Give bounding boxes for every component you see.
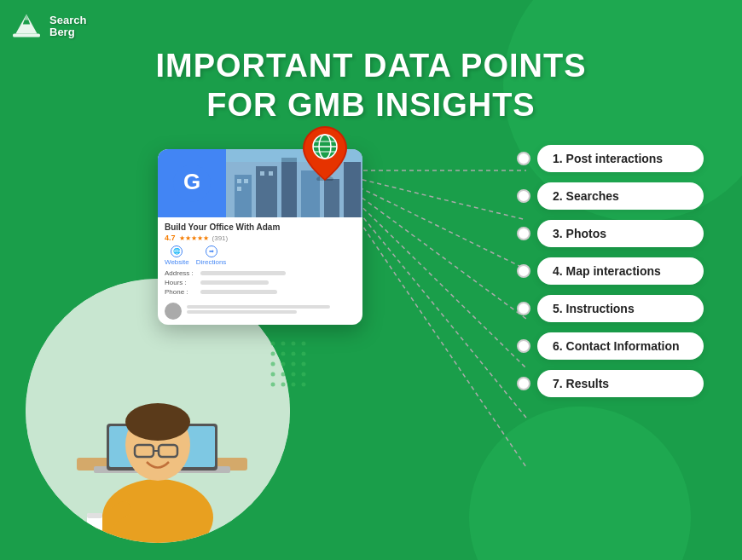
google-icon: G [158,149,226,217]
svg-point-11 [125,403,190,441]
svg-point-57 [302,362,306,367]
list-item: 3. Photos [517,220,704,247]
list-item: 4. Map interactions [517,257,704,285]
review-text [187,305,356,314]
svg-point-49 [302,342,306,346]
gmb-actions: 🌐 Website ➡ Directions [165,245,356,266]
item-label-5: 5. Instructions [537,295,704,322]
item-dot-3 [517,227,530,240]
svg-rect-29 [260,171,264,176]
svg-point-60 [292,372,296,377]
svg-point-62 [271,383,275,387]
item-dot-4 [517,264,530,278]
svg-point-46 [271,342,275,346]
svg-point-55 [281,362,286,367]
item-label-4: 4. Map interactions [537,257,704,285]
logo-icon [9,9,44,44]
item-label-2: 2. Searches [537,182,704,210]
svg-rect-30 [269,171,273,176]
svg-point-58 [271,372,275,377]
svg-point-56 [292,362,296,367]
item-label-3: 3. Photos [537,220,704,247]
svg-point-51 [281,352,286,356]
address-bar [200,271,286,275]
svg-point-61 [302,372,306,377]
item-dot-6 [517,339,530,353]
list-item: 7. Results [517,370,704,397]
svg-point-63 [281,383,286,387]
item-label-7: 7. Results [537,370,704,397]
svg-point-65 [302,383,306,387]
svg-rect-22 [281,158,297,217]
svg-rect-27 [244,179,248,183]
item-label-6: 6. Contact Information [537,332,704,360]
location-pin [303,126,347,184]
gmb-business-name: Build Your Office With Adam [165,222,356,232]
svg-point-54 [271,362,275,367]
hours-row: Hours : [165,279,356,286]
svg-point-48 [292,342,296,346]
svg-rect-28 [237,187,241,191]
list-item: 5. Instructions [517,295,704,322]
phone-row: Phone : [165,288,356,296]
svg-rect-16 [87,513,102,518]
hours-bar [200,280,269,285]
reviewer-avatar [165,303,182,320]
item-dot-7 [517,377,530,390]
item-dot-1 [517,152,530,165]
list-item: 2. Searches [517,182,704,210]
item-dot-5 [517,302,530,315]
review-row [165,299,356,320]
svg-point-53 [302,352,306,356]
phone-bar [200,290,277,294]
svg-point-64 [292,383,296,387]
logo-text: Search Berg [49,14,86,39]
address-row: Address : [165,269,356,277]
website-button[interactable]: 🌐 Website [165,245,189,266]
list-item: 1. Post interactions [517,145,704,172]
list-item: 6. Contact Information [517,332,704,360]
item-label-1: 1. Post interactions [537,145,704,172]
svg-rect-3 [13,33,40,37]
svg-point-47 [281,342,286,346]
directions-button[interactable]: ➡ Directions [196,245,227,266]
items-list: 1. Post interactions 2. Searches 3. Phot… [517,145,704,397]
svg-rect-21 [256,166,277,217]
svg-point-59 [281,372,286,377]
svg-point-52 [292,352,296,356]
main-title: IMPORTANT DATA POINTS FOR GMB INSIGHTS [0,47,742,124]
item-dot-2 [517,189,530,203]
svg-point-50 [271,352,275,356]
bg-shape-bottom [469,407,691,560]
gmb-rating: 4.7 ★★★★★ (391) [165,234,356,242]
gmb-card-body: Build Your Office With Adam 4.7 ★★★★★ (3… [158,217,362,325]
svg-text:G: G [183,169,200,194]
dot-grid [264,335,316,407]
svg-rect-26 [237,179,241,183]
svg-rect-24 [324,179,339,217]
logo: Search Berg [9,9,86,44]
